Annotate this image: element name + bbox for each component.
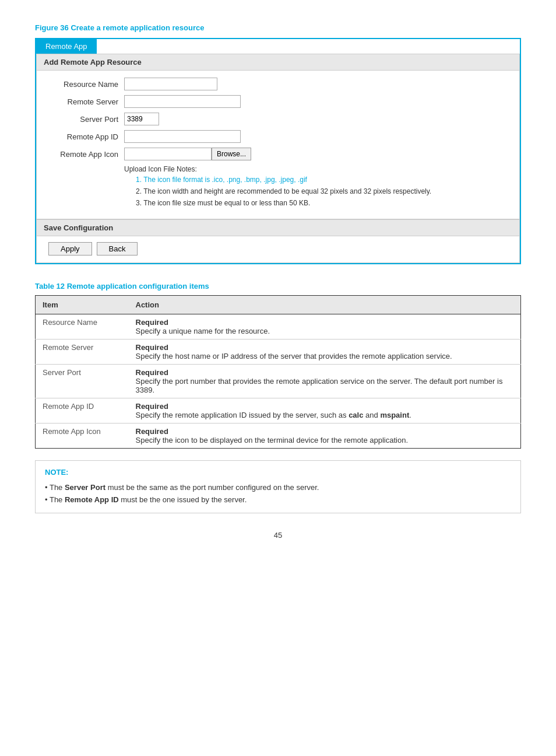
page-number: 45 <box>35 531 521 540</box>
config-table: Item Action Resource Name Required Speci… <box>35 295 521 449</box>
remote-app-id-input[interactable] <box>124 130 241 143</box>
resource-name-input[interactable] <box>124 78 217 90</box>
upload-notes-title: Upload Icon File Notes: <box>124 165 508 173</box>
table-row: Resource Name Required Specify a unique … <box>36 314 521 340</box>
remote-app-icon-input[interactable] <box>124 148 212 160</box>
required-label: Required <box>136 427 168 436</box>
remote-app-tab[interactable]: Remote App <box>36 39 97 54</box>
table-row: Remote App ID Required Specify the remot… <box>36 398 521 424</box>
apply-button[interactable]: Apply <box>48 242 92 256</box>
table-section: Table 12 Remote application configuratio… <box>35 282 521 449</box>
remote-server-label: Remote Server <box>48 97 124 106</box>
remote-app-id-bold: Remote App ID <box>65 495 119 504</box>
required-label: Required <box>136 343 168 352</box>
remote-app-id-label: Remote App ID <box>48 132 124 141</box>
save-config-header: Save Configuration <box>37 219 519 236</box>
required-label: Required <box>136 318 168 327</box>
item-remote-server: Remote Server <box>36 340 129 365</box>
table-header-row: Item Action <box>36 296 521 314</box>
remote-server-row: Remote Server <box>48 95 508 108</box>
form-section-header: Add Remote App Resource <box>37 54 519 71</box>
figure-title: Figure 36 Create a remote application re… <box>35 23 521 32</box>
action-resource-name: Required Specify a unique name for the r… <box>129 314 521 340</box>
table-row: Remote Server Required Specify the host … <box>36 340 521 365</box>
save-config-body: Apply Back <box>37 236 519 262</box>
server-port-bold: Server Port <box>65 483 105 492</box>
remote-server-input[interactable] <box>124 95 241 108</box>
action-remote-app-icon: Required Specify the icon to be displaye… <box>129 424 521 449</box>
required-label: Required <box>136 402 168 411</box>
col-item-header: Item <box>36 296 129 314</box>
item-server-port: Server Port <box>36 365 129 398</box>
action-server-port: Required Specify the port number that pr… <box>129 365 521 398</box>
remote-app-icon-label: Remote App Icon <box>48 150 124 159</box>
add-resource-section: Add Remote App Resource Resource Name Re… <box>36 54 520 219</box>
action-remote-server: Required Specify the host name or IP add… <box>129 340 521 365</box>
note-list: The Server Port must be the same as the … <box>45 481 511 506</box>
back-button[interactable]: Back <box>97 242 138 256</box>
upload-note-2: 2. The icon width and height are recomme… <box>136 187 508 195</box>
upload-notes-list: 1. The icon file format is .ico, .png, .… <box>136 176 508 207</box>
required-label: Required <box>136 368 168 377</box>
note-item-2: The Remote App ID must be the one issued… <box>45 494 511 506</box>
resource-name-label: Resource Name <box>48 80 124 89</box>
note-section: NOTE: The Server Port must be the same a… <box>35 460 521 513</box>
item-remote-app-id: Remote App ID <box>36 398 129 424</box>
remote-app-icon-row: Remote App Icon Browse... <box>48 148 508 160</box>
server-port-label: Server Port <box>48 115 124 124</box>
resource-name-row: Resource Name <box>48 78 508 90</box>
item-remote-app-icon: Remote App Icon <box>36 424 129 449</box>
table-row: Server Port Required Specify the port nu… <box>36 365 521 398</box>
remote-app-id-row: Remote App ID <box>48 130 508 143</box>
tab-bar: Remote App <box>36 39 520 54</box>
note-item-1: The Server Port must be the same as the … <box>45 481 511 494</box>
table-row: Remote App Icon Required Specify the ico… <box>36 424 521 449</box>
item-resource-name: Resource Name <box>36 314 129 340</box>
table-title: Table 12 Remote application configuratio… <box>35 282 521 290</box>
action-remote-app-id: Required Specify the remote application … <box>129 398 521 424</box>
form-body: Resource Name Remote Server Server Port … <box>37 71 519 219</box>
server-port-row: Server Port <box>48 113 508 125</box>
server-port-input[interactable] <box>124 113 159 125</box>
upload-note-3: 3. The icon file size must be equal to o… <box>136 199 508 207</box>
upload-note-1: 1. The icon file format is .ico, .png, .… <box>136 176 508 184</box>
note-title: NOTE: <box>45 468 511 477</box>
browse-button[interactable]: Browse... <box>212 148 251 160</box>
save-config-section: Save Configuration Apply Back <box>36 219 520 263</box>
upload-notes: Upload Icon File Notes: 1. The icon file… <box>124 165 508 207</box>
form-container: Remote App Add Remote App Resource Resou… <box>35 38 521 264</box>
col-action-header: Action <box>129 296 521 314</box>
